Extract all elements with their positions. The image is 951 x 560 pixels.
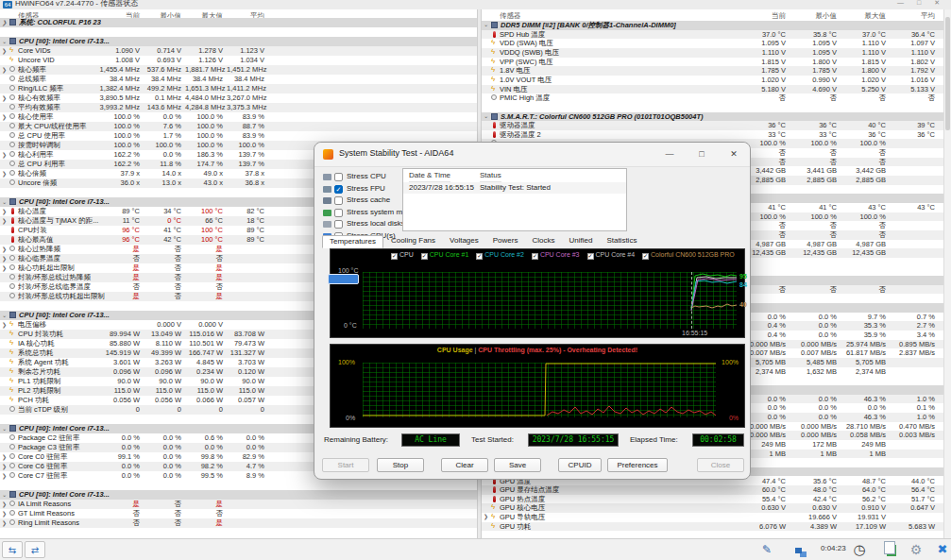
chevron-down-icon[interactable]: ⌄ bbox=[2, 311, 7, 320]
maximize-button[interactable]: □ bbox=[686, 143, 718, 166]
collapse-columns-button[interactable]: ⇄ bbox=[25, 541, 45, 558]
legend-checkbox[interactable]: ✓ bbox=[532, 253, 538, 260]
sensor-row[interactable]: ❯IA Limit Reasons是否是 bbox=[0, 500, 477, 509]
chevron-right-icon[interactable]: ❯ bbox=[2, 245, 7, 254]
stress-option-stress-local-disks[interactable]: Stress local disks bbox=[323, 219, 402, 231]
legend-item[interactable]: ✓ CPU Core #3 bbox=[532, 251, 580, 260]
chevron-right-icon[interactable]: ❯ bbox=[2, 471, 7, 481]
chevron-right-icon[interactable]: ❯ bbox=[2, 216, 7, 226]
cpuid-button[interactable]: CPUID bbox=[558, 458, 602, 472]
chevron-down-icon[interactable]: ⌄ bbox=[484, 112, 488, 122]
sensor-row[interactable]: 驱动器温度 233 °C33 °C36 °C36 °C bbox=[482, 130, 944, 140]
legend-checkbox[interactable]: ✓ bbox=[391, 253, 398, 260]
legend-item[interactable]: ✓ CPU Core #4 bbox=[587, 251, 636, 260]
sensor-row[interactable]: Ring/LLC 频率1,382.4 MHz499.2 MHz1,651.3 M… bbox=[0, 84, 477, 93]
chevron-down-icon[interactable]: ⌄ bbox=[484, 21, 488, 30]
chevron-right-icon[interactable]: ❯ bbox=[2, 500, 7, 509]
preferences-button[interactable]: Preferences bbox=[607, 458, 668, 472]
sensor-row[interactable]: ϟGPU 功耗6.076 W4.389 W17.109 W5.683 W bbox=[482, 522, 944, 532]
sensor-row[interactable]: PMIC High 温度否否否否 bbox=[482, 93, 944, 103]
chevron-right-icon[interactable]: ❯ bbox=[2, 93, 7, 103]
sensor-row[interactable]: ϟGPU 核心电压0.630 V0.630 V0.910 V0.647 V bbox=[482, 503, 944, 513]
report-pen-icon[interactable]: ✎ bbox=[756, 541, 778, 558]
chevron-right-icon[interactable]: ❯ bbox=[2, 452, 7, 462]
chevron-right-icon[interactable]: ❯ bbox=[2, 46, 7, 56]
log-row[interactable]: 2023/7/28 16:55:15 Stability Test: Start… bbox=[403, 182, 626, 194]
tab-cooling-fans[interactable]: Cooling Fans bbox=[384, 235, 442, 248]
sensor-row[interactable]: ❯核心频率1,455.4 MHz537.6 MHz1,881.7 MHz1,45… bbox=[0, 65, 477, 75]
sensor-row[interactable]: ϟVPP (SWC) 电压1.815 V1.800 V1.815 V1.802 … bbox=[482, 58, 944, 67]
sensor-row[interactable]: ❯ϟCore VIDs1.090 V0.714 V1.278 V1.123 V bbox=[0, 46, 477, 56]
sensor-row[interactable]: ❯GT Limit Reasons否否否 bbox=[0, 509, 477, 518]
stress-option-stress-fpu[interactable]: ✓Stress FPU bbox=[323, 184, 402, 196]
sensor-row[interactable]: ϟ1.8V 电压1.785 V1.785 V1.800 V1.792 V bbox=[482, 66, 944, 76]
chevron-right-icon[interactable]: ❯ bbox=[2, 263, 7, 273]
stress-checkbox[interactable] bbox=[334, 220, 343, 229]
sensor-row[interactable]: 总 CPU 使用率100.0 %1.7 %100.0 %83.9 % bbox=[0, 131, 477, 141]
chevron-right-icon[interactable]: ❯ bbox=[484, 513, 488, 522]
sensor-row[interactable]: ϟVIN 电压5.180 V4.690 V5.250 V5.133 V bbox=[482, 85, 944, 94]
legend-item[interactable]: ✓ CPU Core #1 bbox=[421, 251, 469, 260]
tab-unified[interactable]: Unified bbox=[562, 235, 599, 248]
chevron-down-icon[interactable]: ⌄ bbox=[2, 197, 7, 207]
legend-checkbox[interactable]: ✓ bbox=[587, 253, 594, 260]
network-icon[interactable] bbox=[787, 541, 809, 558]
tab-temperatures[interactable]: Temperatures bbox=[322, 235, 383, 248]
sensor-row[interactable]: SPD Hub 温度37.0 °C35.8 °C37.0 °C36.4 °C bbox=[482, 30, 944, 40]
sensor-row[interactable]: ❯核心使用率100.0 %0.0 %100.0 %83.9 % bbox=[0, 112, 477, 122]
chevron-right-icon[interactable]: ❯ bbox=[2, 207, 7, 216]
chevron-right-icon[interactable]: ❯ bbox=[2, 65, 7, 75]
close-button[interactable]: Close bbox=[697, 458, 744, 472]
sensor-row[interactable]: 总线频率38.4 MHz38.4 MHz38.4 MHz38.4 MHz bbox=[0, 75, 477, 84]
clear-button[interactable]: Clear bbox=[441, 458, 488, 472]
chevron-down-icon[interactable]: ⌄ bbox=[2, 37, 7, 46]
gear-icon[interactable]: ⚙ bbox=[905, 541, 927, 558]
sensor-section-row[interactable]: ❯系统: COLORFUL P16 23 bbox=[0, 18, 477, 27]
chevron-right-icon[interactable]: ❯ bbox=[2, 169, 7, 178]
sensor-row[interactable]: ϟVDD (SWA) 电压1.095 V1.095 V1.110 V1.097 … bbox=[482, 39, 944, 48]
chevron-right-icon[interactable]: ❯ bbox=[2, 320, 7, 330]
chevron-right-icon[interactable]: ❯ bbox=[2, 462, 7, 471]
sensor-row[interactable]: ❯ϟGPU 导轨电压19.666 V19.931 V bbox=[482, 513, 944, 522]
chevron-right-icon[interactable]: ❯ bbox=[2, 18, 7, 27]
chevron-right-icon[interactable]: ❯ bbox=[2, 518, 7, 528]
sensor-row[interactable]: 驱动器温度36 °C36 °C40 °C39 °C bbox=[482, 121, 944, 130]
stress-checkbox[interactable]: ✓ bbox=[334, 185, 343, 194]
hwinfo-window-controls[interactable]: — □ ✕ bbox=[897, 0, 945, 7]
expand-columns-button[interactable]: ⇆ bbox=[2, 541, 23, 558]
tab-voltages[interactable]: Voltages bbox=[443, 235, 485, 248]
stress-checkbox[interactable] bbox=[334, 173, 343, 181]
sensor-section-row[interactable]: ⌄S.M.A.R.T.: Colorful CN600 512GB PRO (0… bbox=[482, 112, 944, 122]
stress-option-stress-system-mem[interactable]: Stress system mem bbox=[323, 208, 402, 220]
tab-statistics[interactable]: Statistics bbox=[600, 235, 643, 248]
stress-checkbox[interactable] bbox=[334, 209, 343, 217]
chevron-right-icon[interactable]: ❯ bbox=[2, 112, 7, 122]
sensor-section-row[interactable]: ⌄CPU [#0]: Intel Core i7-13... bbox=[0, 490, 477, 500]
chevron-right-icon[interactable]: ❯ bbox=[2, 150, 7, 160]
sensor-row[interactable]: ❯Ring Limit Reasons否否是 bbox=[0, 518, 477, 528]
sensor-row[interactable]: 最大 CPU/线程使用率100.0 %7.6 %100.0 %88.7 % bbox=[0, 122, 477, 131]
sensor-row[interactable]: GPU 显存结点温度60.0 °C48.0 °C64.0 °C56.4 °C bbox=[482, 485, 944, 495]
sensor-row[interactable]: ϟUncore VID1.008 V0.693 V1.126 V1.034 V bbox=[0, 56, 477, 65]
sensor-section-row[interactable]: ⌄CPU [#0]: Intel Core i7-13... bbox=[0, 37, 477, 46]
save-button[interactable]: Save bbox=[494, 458, 541, 472]
chevron-down-icon[interactable]: ⌄ bbox=[2, 424, 7, 433]
notes-icon[interactable] bbox=[878, 541, 901, 558]
sensor-row[interactable]: ϟ1.0V VOUT 电压1.020 V0.990 V1.020 V1.016 … bbox=[482, 76, 944, 85]
right-scrollbar[interactable] bbox=[943, 9, 951, 538]
stress-option-stress-cache[interactable]: Stress cache bbox=[323, 195, 402, 208]
legend-item[interactable]: ✓ CPU bbox=[391, 251, 414, 260]
sensor-row[interactable]: ❯核心有效频率3,890.5 MHz0.1 MHz4,484.0 MHz3,26… bbox=[0, 93, 477, 103]
legend-item[interactable]: ✓ CPU Core #2 bbox=[476, 251, 524, 260]
close-x-icon[interactable]: ✖ bbox=[931, 541, 951, 558]
dialog-titlebar[interactable]: System Stability Test - AIDA64 — □ ✕ bbox=[314, 143, 750, 167]
tab-clocks[interactable]: Clocks bbox=[525, 235, 561, 248]
legend-checkbox[interactable]: ✓ bbox=[476, 253, 483, 260]
sensor-row[interactable]: 平均有效频率3,993.2 MHz143.6 MHz4,284.8 MHz3,3… bbox=[0, 103, 477, 112]
tab-powers[interactable]: Powers bbox=[486, 235, 525, 248]
legend-checkbox[interactable]: ✓ bbox=[421, 253, 428, 260]
scrollbar-thumb[interactable] bbox=[945, 17, 950, 130]
chevron-down-icon[interactable]: ⌄ bbox=[2, 490, 7, 500]
start-button[interactable]: Start bbox=[322, 458, 369, 472]
sensor-section-row[interactable]: ⌄DDR5 DIMM [#2] [BANK 0/控制器1-ChannelA-DI… bbox=[482, 21, 944, 30]
